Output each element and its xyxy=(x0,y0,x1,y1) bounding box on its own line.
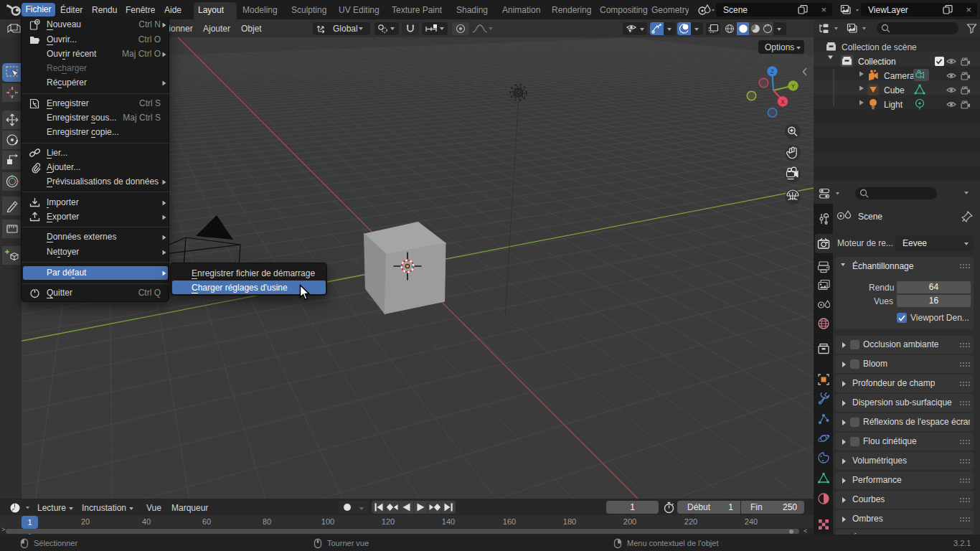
svg-text:Light: Light xyxy=(884,100,903,110)
svg-text:Y: Y xyxy=(791,83,796,90)
svg-text:Camera: Camera xyxy=(884,71,915,81)
svg-text:Z: Z xyxy=(771,68,774,75)
svg-text:Collection de scène: Collection de scène xyxy=(842,42,917,52)
svg-text:X: X xyxy=(781,98,785,105)
svg-text:Collection: Collection xyxy=(858,57,896,67)
svg-text:Cube: Cube xyxy=(884,85,905,95)
